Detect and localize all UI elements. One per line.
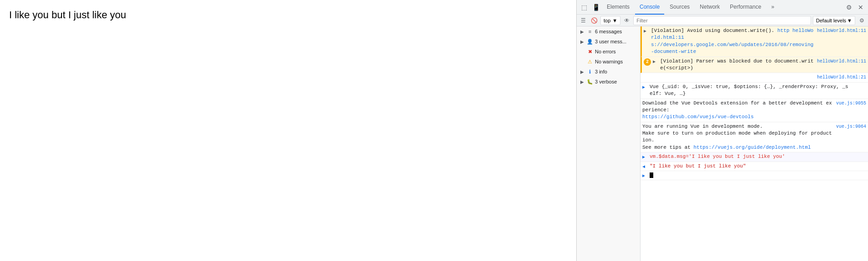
close-devtools-button[interactable]: ✕ xyxy=(855,2,866,13)
page-content: I like you but I just like you xyxy=(0,0,576,261)
eye-button[interactable]: 👁 xyxy=(622,16,631,25)
vue-devtools-link[interactable]: https://github.com/vuejs/vue-devtools xyxy=(642,114,754,120)
tab-elements[interactable]: Elements xyxy=(602,0,634,15)
user-input-arrow: ▶ xyxy=(642,154,648,160)
cursor-arrow: ▶ xyxy=(642,173,648,178)
device-toolbar-button[interactable]: 📱 xyxy=(590,2,601,13)
violation2-source[interactable]: helloWorld.html:11 xyxy=(817,59,866,64)
settings-console-button[interactable]: ⚙ xyxy=(857,16,866,25)
sidebar-item-verbose[interactable]: ▶ 🐛 3 verbose xyxy=(577,77,640,87)
tab-console[interactable]: Console xyxy=(635,0,664,15)
sidebar-item-warnings[interactable]: ▶ ⚠ No warnings xyxy=(577,57,640,67)
violation2-text: [Violation] Parser was blocked due to do… xyxy=(660,58,814,71)
vue-devtools-source[interactable]: vue.js:9055 xyxy=(836,101,866,106)
user-input-content: vm.$data.msg='I like you but I just like… xyxy=(650,153,866,160)
default-levels-button[interactable]: Default levels ▼ xyxy=(813,16,855,25)
console-entry-vue-mode: You are running Vue in development mode.… xyxy=(641,122,868,153)
user-input-text: vm.$data.msg='I like you but I just like… xyxy=(650,154,785,159)
info-arrow: ▶ xyxy=(580,69,585,74)
page-title: I like you but I just like you xyxy=(9,9,567,21)
all-messages-label: 6 messages xyxy=(595,29,636,34)
sidebar-item-info[interactable]: ▶ ℹ 3 info xyxy=(577,67,640,77)
vue-obj-arrow[interactable]: ▶ xyxy=(642,84,648,90)
default-levels-label: Default levels xyxy=(816,18,846,23)
console-sidebar-toggle[interactable]: ☰ xyxy=(579,16,588,25)
user-messages-label: 3 user mess... xyxy=(595,39,636,44)
user-output-text: "I like you but I just like you" xyxy=(650,163,746,169)
default-levels-arrow: ▼ xyxy=(847,18,852,23)
helloworld-source[interactable]: helloWorld.html:21 xyxy=(817,75,866,80)
verbose-arrow: ▶ xyxy=(580,79,585,84)
violation1-text: [Violation] Avoid using document.write()… xyxy=(651,28,777,33)
all-messages-arrow: ▶ xyxy=(580,29,585,34)
inspect-element-button[interactable]: ⬚ xyxy=(579,2,589,13)
tab-performance[interactable]: Performance xyxy=(725,0,766,15)
sidebar-item-all-messages[interactable]: ▶ ≡ 6 messages xyxy=(577,26,640,37)
info-label: 3 info xyxy=(595,69,636,74)
context-label: top xyxy=(604,18,610,23)
violation2-arrow[interactable]: ▶ xyxy=(653,59,658,64)
user-messages-icon: 👤 xyxy=(587,38,593,45)
warnings-icon: ⚠ xyxy=(587,58,593,65)
console-entry-violation2: 2 ▶ [Violation] Parser was blocked due t… xyxy=(641,57,868,73)
console-entry-violation1: ▶ [Violation] Avoid using document.write… xyxy=(641,26,868,57)
errors-label: No errors xyxy=(595,49,636,54)
vue-mode-link[interactable]: https://vuejs.org/guide/deployment.html xyxy=(693,145,811,150)
tab-more[interactable]: » xyxy=(767,0,779,15)
vue-devtools-content: Download the Vue Devtools extension for … xyxy=(642,100,834,121)
console-entry-vue-devtools: Download the Vue Devtools extension for … xyxy=(641,99,868,122)
sidebar-item-errors[interactable]: ▶ ✖ No errors xyxy=(577,47,640,57)
errors-icon: ✖ xyxy=(587,48,593,55)
settings-button[interactable]: ⚙ xyxy=(843,2,854,13)
console-entry-user-input: ▶ vm.$data.msg='I like you but I just li… xyxy=(641,152,868,162)
vue-mode-content: You are running Vue in development mode.… xyxy=(642,123,834,151)
user-messages-arrow: ▶ xyxy=(580,39,585,44)
clear-console-button[interactable]: 🚫 xyxy=(589,16,599,25)
violation2-badge: 2 xyxy=(644,58,651,66)
tab-sources[interactable]: Sources xyxy=(665,0,694,15)
violation1-content: [Violation] Avoid using document.write()… xyxy=(651,27,815,56)
console-sidebar: ▶ ≡ 6 messages ▶ 👤 3 user mess... ▶ ✖ No… xyxy=(577,26,641,261)
filter-input[interactable] xyxy=(633,16,811,25)
console-entry-user-output: ◀ "I like you but I just like you" xyxy=(641,162,868,171)
vue-mode-source[interactable]: vue.js:9064 xyxy=(836,124,866,129)
sidebar-item-user-messages[interactable]: ▶ 👤 3 user mess... xyxy=(577,37,640,47)
tab-network[interactable]: Network xyxy=(695,0,724,15)
user-output-arrow: ◀ xyxy=(642,164,648,169)
console-entry-vue-obj: ▶ Vue {_uid: 0, _isVue: true, $options: … xyxy=(641,83,868,99)
devtools-toolbar: ⬚ 📱 Elements Console Sources Network Per… xyxy=(577,0,868,15)
vue-obj-text: Vue {_uid: 0, _isVue: true, $options: {…… xyxy=(650,84,848,96)
console-entry-helloworld: helloWorld.html:21 xyxy=(641,73,868,82)
warnings-label: No warnings xyxy=(595,59,636,64)
cursor-content xyxy=(650,172,866,179)
devtools-body: ▶ ≡ 6 messages ▶ 👤 3 user mess... ▶ ✖ No… xyxy=(577,26,868,261)
user-output-content: "I like you but I just like you" xyxy=(650,163,866,170)
all-messages-icon: ≡ xyxy=(587,28,593,35)
console-toolbar: ☰ 🚫 top ▼ 👁 Default levels ▼ ⚙ xyxy=(577,15,868,26)
vue-obj-content: Vue {_uid: 0, _isVue: true, $options: {…… xyxy=(650,84,866,98)
vue-devtools-text: Download the Vue Devtools extension for … xyxy=(642,100,832,113)
verbose-icon: 🐛 xyxy=(587,78,593,85)
context-dropdown-icon: ▼ xyxy=(612,18,617,23)
console-output[interactable]: ▶ [Violation] Avoid using document.write… xyxy=(641,26,868,261)
context-selector[interactable]: top ▼ xyxy=(600,16,620,25)
cursor-blink xyxy=(650,172,653,178)
console-entry-cursor[interactable]: ▶ xyxy=(641,171,868,180)
violation1-arrow[interactable]: ▶ xyxy=(644,28,649,34)
violation2-content: [Violation] Parser was blocked due to do… xyxy=(660,58,815,72)
violation1-source[interactable]: helloWorld.html:11 xyxy=(817,28,866,33)
helloworld-content xyxy=(642,74,815,81)
verbose-label: 3 verbose xyxy=(595,79,636,84)
info-icon: ℹ xyxy=(587,68,593,75)
devtools-panel: ⬚ 📱 Elements Console Sources Network Per… xyxy=(576,0,868,261)
